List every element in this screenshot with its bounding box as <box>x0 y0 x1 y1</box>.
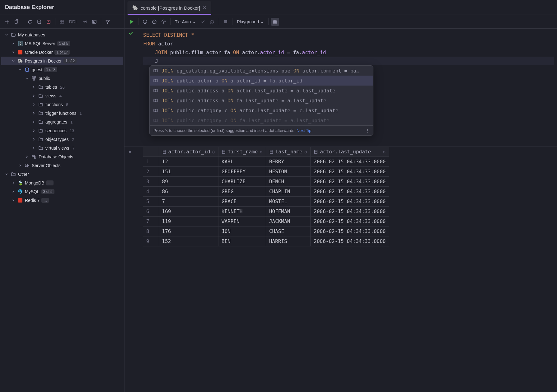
cell-last-name[interactable]: MOSTEL <box>266 197 310 207</box>
chevron-down-icon[interactable] <box>25 76 29 81</box>
column-header[interactable]: first_name◇ <box>218 147 266 157</box>
autocomplete-item[interactable]: JOIN public.address a ON actor.last_upda… <box>150 86 373 96</box>
close-icon[interactable]: ✕ <box>203 5 207 11</box>
code-area[interactable]: SELECT DISTINCT * FROM actor JOIN public… <box>124 29 557 67</box>
cell-first-name[interactable]: CHARLIZE <box>218 177 266 187</box>
autocomplete-item[interactable]: JOIN pg_catalog.pg_available_extensions … <box>150 66 373 76</box>
cell-last-update[interactable]: 2006-02-15 04:34:33.0000 <box>311 167 389 177</box>
cell-first-name[interactable]: GREG <box>218 187 266 197</box>
table-row[interactable]: 486GREGCHAPLIN2006-02-15 04:34:33.0000 <box>143 187 389 197</box>
cell-first-name[interactable]: JON <box>218 226 266 236</box>
cell-actor-id[interactable]: 169 <box>159 207 218 217</box>
sort-icon[interactable]: ◇ <box>383 149 386 155</box>
table-row[interactable]: 389CHARLIZEDENCH2006-02-15 04:34:33.0000 <box>143 177 389 187</box>
tree-item[interactable]: object types2 <box>1 135 123 144</box>
results-table[interactable]: actor.actor_id◇first_name◇last_name◇acto… <box>143 147 389 246</box>
chevron-right-icon[interactable] <box>32 137 36 142</box>
cell-first-name[interactable]: KENNETH <box>218 207 266 217</box>
cancel-icon[interactable] <box>222 18 230 26</box>
tree-item[interactable]: public <box>1 74 123 83</box>
database-tree[interactable]: My databases🗄️MS SQL Server1 of 5Oracle … <box>0 29 124 392</box>
cell-last-name[interactable]: HESTON <box>266 167 310 177</box>
cell-actor-id[interactable]: 7 <box>159 197 218 207</box>
cell-last-update[interactable]: 2006-02-15 04:34:33.0000 <box>311 187 389 197</box>
table-row[interactable]: 7119WARRENJACKMAN2006-02-15 04:34:33.000… <box>143 217 389 226</box>
table-row[interactable]: 8176JONCHASE2006-02-15 04:34:33.0000 <box>143 226 389 236</box>
ddl-button[interactable]: DDL <box>67 19 80 24</box>
tree-item[interactable]: 🗄️MS SQL Server1 of 5 <box>1 39 123 48</box>
cell-last-name[interactable]: DENCH <box>266 177 310 187</box>
stop-icon[interactable] <box>44 18 53 26</box>
playground-dropdown[interactable]: Playground⌄ <box>235 19 266 24</box>
filter-icon[interactable] <box>104 18 112 26</box>
tree-item[interactable]: trigger functions1 <box>1 109 123 118</box>
cell-last-name[interactable]: HARRIS <box>266 236 310 246</box>
cell-last-name[interactable]: CHAPLIN <box>266 187 310 197</box>
tree-item[interactable]: Redis 7… <box>1 196 123 205</box>
cell-first-name[interactable]: WARREN <box>218 217 266 226</box>
chevron-right-icon[interactable] <box>11 50 16 54</box>
tree-item[interactable]: aggregates1 <box>1 118 123 126</box>
copy-icon[interactable] <box>12 18 21 26</box>
cell-first-name[interactable]: GEOFFREY <box>218 167 266 177</box>
tab-console[interactable]: 🐘 console [Postgres in Docker] ✕ <box>128 2 211 15</box>
settings-icon[interactable] <box>160 18 168 26</box>
autocomplete-item[interactable]: JOIN public.actor a ON a.actor_id = fa.a… <box>150 76 373 86</box>
cell-last-update[interactable]: 2006-02-15 04:34:33.0000 <box>311 177 389 187</box>
table-icon[interactable] <box>58 18 66 26</box>
cell-first-name[interactable]: GRACE <box>218 197 266 207</box>
cell-last-update[interactable]: 2006-02-15 04:34:33.0000 <box>311 226 389 236</box>
table-row[interactable]: 6169KENNETHHOFFMAN2006-02-15 04:34:33.00… <box>143 207 389 217</box>
cell-actor-id[interactable]: 86 <box>159 187 218 197</box>
chevron-right-icon[interactable] <box>32 85 36 89</box>
chevron-down-icon[interactable] <box>4 172 9 176</box>
chevron-right-icon[interactable] <box>11 41 16 46</box>
cell-actor-id[interactable]: 151 <box>159 167 218 177</box>
cell-last-update[interactable]: 2006-02-15 04:34:33.0000 <box>311 157 389 167</box>
cell-first-name[interactable]: KARL <box>218 157 266 167</box>
column-header[interactable]: last_name◇ <box>266 147 310 157</box>
tree-item[interactable]: 🍃MongoDB… <box>1 179 123 187</box>
table-view-icon[interactable] <box>271 18 279 26</box>
chevron-right-icon[interactable] <box>32 146 36 150</box>
console-icon[interactable] <box>90 18 98 26</box>
jump-icon[interactable] <box>81 18 89 26</box>
autocomplete-item[interactable]: JOIN public.category c ON actor.last_upd… <box>150 105 373 115</box>
cell-last-update[interactable]: 2006-02-15 04:34:33.0000 <box>311 207 389 217</box>
rollback-icon[interactable] <box>208 18 216 26</box>
next-tip-link[interactable]: Next Tip <box>297 128 311 133</box>
tree-item[interactable]: Server Objects <box>1 161 123 170</box>
chevron-right-icon[interactable] <box>32 120 36 124</box>
tree-item[interactable]: views4 <box>1 91 123 100</box>
autocomplete-item[interactable]: JOIN public.category c ON fa.last_update… <box>150 115 373 125</box>
table-row[interactable]: 57GRACEMOSTEL2006-02-15 04:34:33.0000 <box>143 197 389 207</box>
chevron-right-icon[interactable] <box>32 128 36 133</box>
table-row[interactable]: 112KARLBERRY2006-02-15 04:34:33.0000 <box>143 157 389 167</box>
explain-icon[interactable]: P <box>150 18 158 26</box>
column-header[interactable]: actor.actor_id◇ <box>159 147 218 157</box>
cell-last-name[interactable]: JACKMAN <box>266 217 310 226</box>
cell-actor-id[interactable]: 89 <box>159 177 218 187</box>
cell-last-name[interactable]: CHASE <box>266 226 310 236</box>
chevron-right-icon[interactable] <box>32 102 36 107</box>
sort-icon[interactable]: ◇ <box>260 149 263 155</box>
cell-last-name[interactable]: BERRY <box>266 157 310 167</box>
sql-editor[interactable]: SELECT DISTINCT * FROM actor JOIN public… <box>124 29 557 147</box>
history-icon[interactable] <box>141 18 149 26</box>
tree-item[interactable]: virtual views7 <box>1 144 123 152</box>
cell-first-name[interactable]: BEN <box>218 236 266 246</box>
commit-icon[interactable] <box>199 18 207 26</box>
autocomplete-item[interactable]: JOIN public.address a ON fa.last_update … <box>150 96 373 105</box>
cell-actor-id[interactable]: 176 <box>159 226 218 236</box>
chevron-down-icon[interactable] <box>4 33 9 37</box>
chevron-down-icon[interactable] <box>11 59 16 63</box>
refresh-icon[interactable] <box>26 18 34 26</box>
cell-last-update[interactable]: 2006-02-15 04:34:33.0000 <box>311 217 389 226</box>
cell-actor-id[interactable]: 12 <box>159 157 218 167</box>
sort-icon[interactable]: ◇ <box>212 149 215 155</box>
tree-item[interactable]: functions8 <box>1 100 123 109</box>
column-header[interactable]: actor.last_update◇ <box>311 147 389 157</box>
table-row[interactable]: 9152BENHARRIS2006-02-15 04:34:33.0000 <box>143 236 389 246</box>
more-icon[interactable]: ⋮ <box>365 128 369 133</box>
chevron-down-icon[interactable] <box>18 68 22 72</box>
